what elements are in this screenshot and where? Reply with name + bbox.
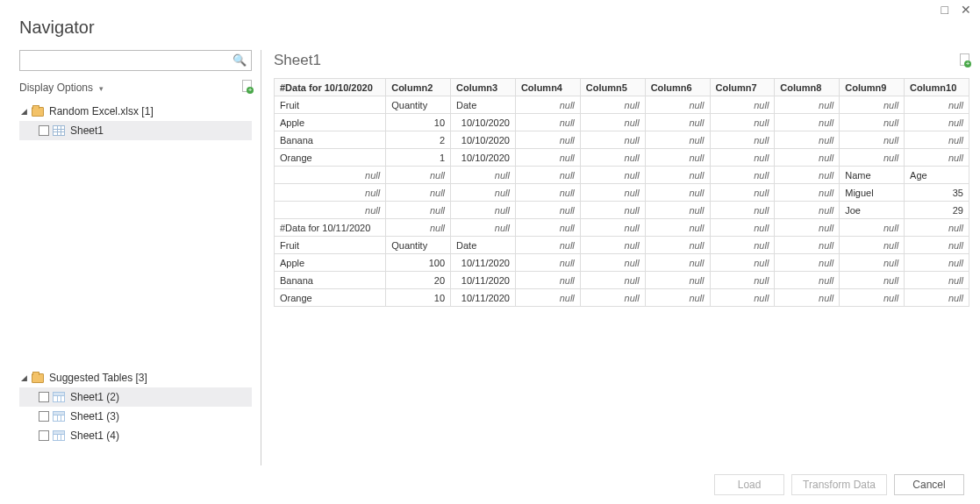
table-cell[interactable]: Date bbox=[451, 96, 516, 114]
column-header[interactable]: Column10 bbox=[905, 79, 969, 96]
tree-item[interactable]: Sheet1 (4) bbox=[19, 426, 252, 445]
table-cell[interactable]: 10 bbox=[386, 114, 451, 131]
preview-options-icon[interactable]: + bbox=[960, 53, 969, 68]
table-cell[interactable]: Quantity bbox=[386, 96, 451, 114]
table-cell[interactable]: null bbox=[580, 167, 645, 184]
column-header[interactable]: Column7 bbox=[710, 79, 775, 96]
table-cell[interactable]: null bbox=[710, 202, 775, 219]
table-cell[interactable]: null bbox=[775, 272, 840, 289]
table-cell[interactable]: 10/10/2020 bbox=[451, 131, 516, 149]
table-cell[interactable]: null bbox=[905, 237, 969, 254]
table-cell[interactable]: null bbox=[515, 114, 580, 131]
table-cell[interactable]: 35 bbox=[905, 184, 969, 202]
table-cell[interactable]: null bbox=[645, 167, 710, 184]
display-options-dropdown[interactable]: Display Options ▾ bbox=[19, 82, 104, 94]
table-cell[interactable]: null bbox=[905, 289, 969, 307]
table-cell[interactable]: 10/10/2020 bbox=[451, 149, 516, 167]
table-cell[interactable]: null bbox=[840, 219, 905, 237]
table-cell[interactable]: null bbox=[775, 237, 840, 254]
table-cell[interactable]: null bbox=[710, 149, 775, 167]
table-cell[interactable]: null bbox=[580, 237, 645, 254]
table-cell[interactable]: null bbox=[645, 289, 710, 307]
table-cell[interactable]: null bbox=[710, 131, 775, 149]
table-cell[interactable]: null bbox=[840, 131, 905, 149]
checkbox[interactable] bbox=[39, 430, 49, 441]
table-cell[interactable]: 20 bbox=[386, 272, 451, 289]
column-header[interactable]: #Data for 10/10/2020 bbox=[275, 79, 386, 96]
column-header[interactable]: Column4 bbox=[515, 79, 580, 96]
table-cell[interactable]: null bbox=[905, 131, 969, 149]
checkbox[interactable] bbox=[39, 411, 49, 422]
refresh-icon[interactable]: + bbox=[242, 80, 252, 95]
table-cell[interactable]: null bbox=[515, 202, 580, 219]
table-cell[interactable]: null bbox=[645, 114, 710, 131]
table-cell[interactable]: null bbox=[840, 96, 905, 114]
table-cell[interactable]: 29 bbox=[905, 202, 969, 219]
table-cell[interactable]: 10/11/2020 bbox=[451, 289, 516, 307]
table-cell[interactable]: null bbox=[775, 96, 840, 114]
column-header[interactable]: Column2 bbox=[386, 79, 451, 96]
table-cell[interactable]: #Data for 10/11/2020 bbox=[275, 219, 386, 237]
table-cell[interactable]: 1 bbox=[386, 149, 451, 167]
collapse-icon[interactable]: ◢ bbox=[19, 107, 28, 116]
table-cell[interactable]: null bbox=[645, 184, 710, 202]
table-cell[interactable]: Apple bbox=[275, 254, 386, 272]
table-cell[interactable]: null bbox=[275, 167, 386, 184]
table-cell[interactable]: null bbox=[515, 149, 580, 167]
table-cell[interactable]: null bbox=[451, 219, 516, 237]
table-cell[interactable]: null bbox=[515, 237, 580, 254]
table-cell[interactable]: null bbox=[775, 202, 840, 219]
table-cell[interactable]: null bbox=[775, 131, 840, 149]
table-cell[interactable]: null bbox=[645, 219, 710, 237]
table-cell[interactable]: null bbox=[840, 289, 905, 307]
tree-suggested-node[interactable]: ◢ Suggested Tables [3] bbox=[19, 368, 252, 387]
table-cell[interactable]: null bbox=[840, 254, 905, 272]
table-cell[interactable]: Date bbox=[451, 237, 516, 254]
table-cell[interactable]: null bbox=[580, 96, 645, 114]
table-cell[interactable]: null bbox=[710, 289, 775, 307]
table-cell[interactable]: null bbox=[580, 202, 645, 219]
table-cell[interactable]: null bbox=[710, 184, 775, 202]
table-cell[interactable]: null bbox=[775, 184, 840, 202]
load-button[interactable]: Load bbox=[714, 474, 784, 495]
table-cell[interactable]: null bbox=[275, 202, 386, 219]
table-cell[interactable]: null bbox=[580, 114, 645, 131]
table-cell[interactable]: 100 bbox=[386, 254, 451, 272]
column-header[interactable]: Column6 bbox=[645, 79, 710, 96]
table-cell[interactable]: null bbox=[905, 96, 969, 114]
table-cell[interactable]: null bbox=[386, 167, 451, 184]
column-header[interactable]: Column3 bbox=[451, 79, 516, 96]
table-cell[interactable]: null bbox=[515, 254, 580, 272]
table-cell[interactable]: 10 bbox=[386, 289, 451, 307]
table-cell[interactable]: null bbox=[645, 272, 710, 289]
table-cell[interactable]: Apple bbox=[275, 114, 386, 131]
table-cell[interactable]: Banana bbox=[275, 131, 386, 149]
tree-item[interactable]: Sheet1 (2) bbox=[19, 387, 252, 407]
cancel-button[interactable]: Cancel bbox=[894, 474, 964, 495]
table-cell[interactable]: null bbox=[645, 96, 710, 114]
table-cell[interactable]: Orange bbox=[275, 289, 386, 307]
transform-data-button[interactable]: Transform Data bbox=[791, 474, 887, 495]
table-cell[interactable]: 10/10/2020 bbox=[451, 114, 516, 131]
column-header[interactable]: Column8 bbox=[775, 79, 840, 96]
table-cell[interactable]: Banana bbox=[275, 272, 386, 289]
checkbox[interactable] bbox=[39, 125, 49, 136]
collapse-icon[interactable]: ◢ bbox=[19, 373, 28, 382]
table-cell[interactable]: Age bbox=[905, 167, 969, 184]
table-cell[interactable]: null bbox=[840, 149, 905, 167]
column-header[interactable]: Column5 bbox=[580, 79, 645, 96]
table-cell[interactable]: 10/11/2020 bbox=[451, 272, 516, 289]
table-cell[interactable]: null bbox=[775, 149, 840, 167]
table-cell[interactable]: null bbox=[451, 184, 516, 202]
table-cell[interactable]: null bbox=[840, 237, 905, 254]
table-cell[interactable]: null bbox=[580, 272, 645, 289]
table-cell[interactable]: null bbox=[710, 272, 775, 289]
table-cell[interactable]: null bbox=[515, 96, 580, 114]
table-cell[interactable]: null bbox=[710, 96, 775, 114]
search-icon[interactable]: 🔍 bbox=[232, 53, 247, 67]
table-cell[interactable]: null bbox=[580, 149, 645, 167]
table-cell[interactable]: null bbox=[580, 131, 645, 149]
table-cell[interactable]: null bbox=[515, 289, 580, 307]
table-cell[interactable]: null bbox=[710, 167, 775, 184]
table-cell[interactable]: Quantity bbox=[386, 237, 451, 254]
